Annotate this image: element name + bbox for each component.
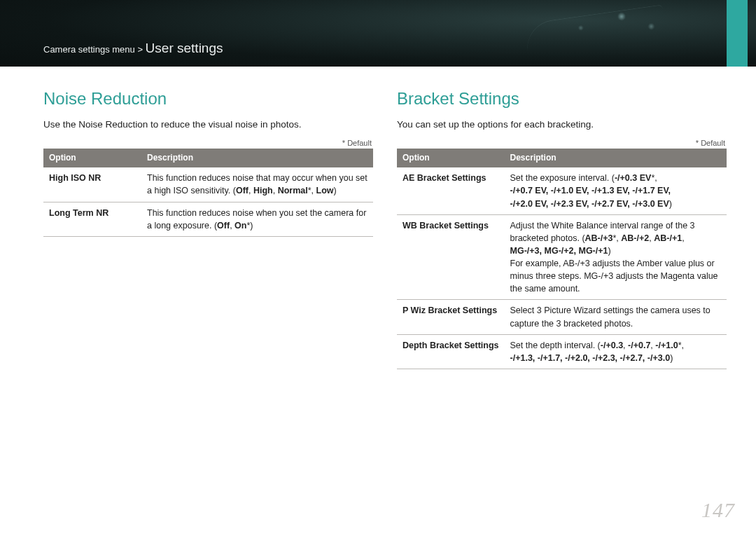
noise-reduction-section: Noise Reduction Use the Noise Reduction …: [43, 89, 373, 369]
th-option: Option: [397, 149, 505, 167]
option-name: Long Term NR: [43, 202, 141, 236]
section-intro: You can set up the options for each brac…: [397, 118, 727, 132]
page-header: Camera settings menu > User settings: [0, 0, 756, 67]
breadcrumb-parent: Camera settings menu >: [43, 44, 143, 55]
side-tab: [727, 0, 748, 67]
bracket-settings-section: Bracket Settings You can set up the opti…: [397, 89, 727, 369]
option-desc: Adjust the White Balance interval range …: [505, 214, 727, 300]
section-intro: Use the Noise Reduction to reduce the vi…: [43, 118, 373, 132]
breadcrumb: Camera settings menu > User settings: [43, 41, 756, 56]
bracket-settings-table: Option Description AE Bracket Settings S…: [397, 149, 727, 369]
content-area: Noise Reduction Use the Noise Reduction …: [0, 67, 756, 369]
option-name: P Wiz Bracket Settings: [397, 300, 505, 334]
noise-reduction-table: Option Description High ISO NR This func…: [43, 149, 373, 237]
default-note: * Default: [43, 139, 373, 147]
breadcrumb-current: User settings: [146, 41, 223, 55]
table-row: AE Bracket Settings Set the exposure int…: [397, 167, 727, 214]
default-note: * Default: [397, 139, 727, 147]
section-title: Bracket Settings: [397, 89, 727, 109]
table-row: High ISO NR This function reduces noise …: [43, 167, 373, 202]
option-desc: This function reduces noise that may occ…: [141, 167, 373, 202]
th-description: Description: [505, 149, 727, 167]
option-name: Depth Bracket Settings: [397, 334, 505, 369]
option-desc: Set the exposure interval. (-/+0.3 EV*, …: [505, 167, 727, 214]
option-desc: Select 3 Picture Wizard settings the cam…: [505, 300, 727, 334]
option-name: WB Bracket Settings: [397, 214, 505, 300]
table-header-row: Option Description: [397, 149, 727, 167]
option-desc: Set the depth interval. (-/+0.3, -/+0.7,…: [505, 334, 727, 369]
table-row: Depth Bracket Settings Set the depth int…: [397, 334, 727, 369]
option-name: High ISO NR: [43, 167, 141, 202]
th-option: Option: [43, 149, 141, 167]
option-desc: This function reduces noise when you set…: [141, 202, 373, 236]
section-title: Noise Reduction: [43, 89, 373, 109]
table-row: WB Bracket Settings Adjust the White Bal…: [397, 214, 727, 300]
page-number: 147: [701, 498, 735, 522]
table-row: P Wiz Bracket Settings Select 3 Picture …: [397, 300, 727, 334]
option-name: AE Bracket Settings: [397, 167, 505, 214]
table-row: Long Term NR This function reduces noise…: [43, 202, 373, 236]
th-description: Description: [141, 149, 373, 167]
table-header-row: Option Description: [43, 149, 373, 167]
